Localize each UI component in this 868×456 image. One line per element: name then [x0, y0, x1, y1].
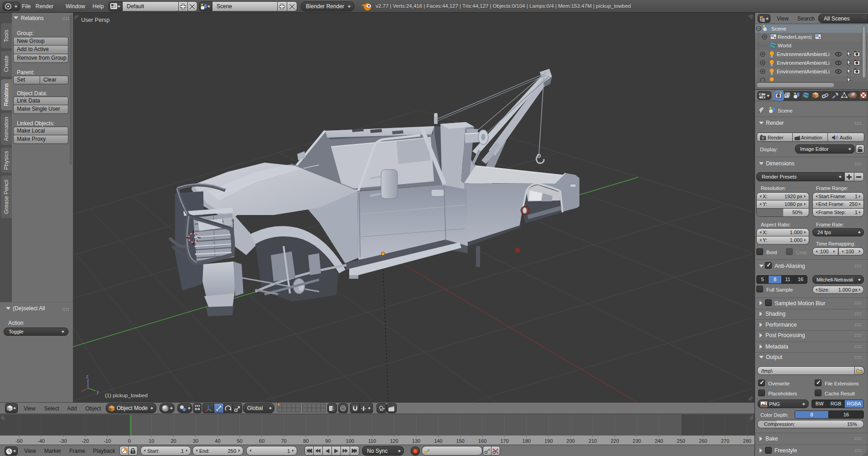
svg-text:120: 120 [390, 438, 398, 444]
svg-text:30: 30 [193, 438, 198, 444]
svg-text:-20: -20 [82, 438, 89, 444]
svg-text:150: 150 [456, 438, 465, 444]
svg-text:270: 270 [721, 438, 729, 444]
svg-text:90: 90 [325, 438, 331, 444]
svg-text:0: 0 [128, 438, 131, 444]
svg-text:RenderLayers: RenderLayers [778, 34, 811, 40]
svg-text:20: 20 [170, 438, 176, 444]
svg-text:80: 80 [303, 438, 309, 444]
svg-text:230: 230 [633, 438, 641, 444]
svg-text:240: 240 [655, 438, 663, 444]
svg-text:200: 200 [567, 438, 575, 444]
svg-text:70: 70 [281, 438, 286, 444]
svg-text:260: 260 [699, 438, 707, 444]
svg-text:-50: -50 [16, 438, 23, 444]
svg-text:160: 160 [478, 438, 486, 444]
svg-text:y: y [97, 389, 99, 395]
svg-text:z: z [86, 374, 88, 379]
svg-text:|: | [811, 34, 812, 40]
svg-text:60: 60 [259, 438, 264, 444]
svg-text:EnvironmentAmbientLi: EnvironmentAmbientLi [777, 69, 830, 74]
svg-text:250: 250 [677, 438, 685, 444]
svg-text:40: 40 [215, 438, 220, 444]
svg-text:(1) pickup_towbed: (1) pickup_towbed [105, 393, 148, 398]
svg-text:-10: -10 [103, 438, 111, 444]
svg-text:140: 140 [434, 438, 442, 444]
svg-text:130: 130 [412, 438, 420, 444]
svg-text:EnvironmentAmbientLi: EnvironmentAmbientLi [777, 60, 830, 66]
svg-text:-40: -40 [37, 438, 45, 444]
svg-text:-30: -30 [60, 438, 67, 444]
svg-text:220: 220 [610, 438, 619, 444]
svg-text:110: 110 [368, 438, 376, 444]
svg-text:170: 170 [500, 438, 508, 444]
svg-text:280: 280 [743, 438, 751, 444]
svg-text:180: 180 [522, 438, 531, 444]
svg-text:EnvironmentAmbientLi: EnvironmentAmbientLi [777, 51, 830, 57]
svg-text:World: World [778, 43, 791, 48]
svg-text:100: 100 [346, 438, 354, 444]
svg-text:Scene: Scene [771, 26, 786, 31]
svg-text:User Persp: User Persp [81, 17, 110, 23]
svg-text:190: 190 [544, 438, 553, 444]
svg-text:210: 210 [589, 438, 597, 444]
svg-text:10: 10 [149, 438, 154, 444]
svg-text:50: 50 [237, 438, 243, 444]
